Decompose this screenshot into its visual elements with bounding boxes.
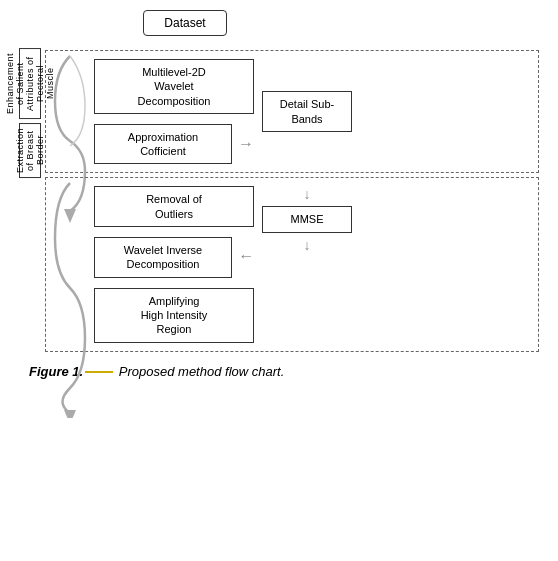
- dataset-box: Dataset: [143, 10, 226, 36]
- down-arrow-1: ↓: [304, 186, 311, 202]
- svg-marker-1: [64, 410, 76, 418]
- bottom-section-label: Extraction of Breast Border: [19, 123, 41, 178]
- removal-outliers-box: Removal ofOutliers: [94, 186, 254, 227]
- diagram-container: Enhancement of Salient Attributes of Pec…: [19, 10, 539, 379]
- figure-caption: Figure 1. Proposed method flow chart.: [29, 364, 539, 379]
- top-section-label: Enhancement of Salient Attributes of Pec…: [19, 48, 41, 119]
- amplifying-box: AmplifyingHigh IntensityRegion: [94, 288, 254, 343]
- bottom-spiral-arrows: [50, 178, 90, 418]
- mmse-box: MMSE: [262, 206, 352, 232]
- left-arrow-1: →: [238, 248, 254, 266]
- approximation-box: ApproximationCofficient: [94, 124, 232, 165]
- figure-text: Proposed method flow chart.: [115, 364, 284, 379]
- multilevel-wavelet-box: Multilevel-2DWaveletDecomposition: [94, 59, 254, 114]
- right-arrow-1: →: [238, 135, 254, 153]
- detail-subbands-box: Detail Sub-Bands: [262, 91, 352, 132]
- wavelet-inverse-box: Wavelet InverseDecomposition: [94, 237, 232, 278]
- down-arrow-2: ↓: [304, 237, 311, 253]
